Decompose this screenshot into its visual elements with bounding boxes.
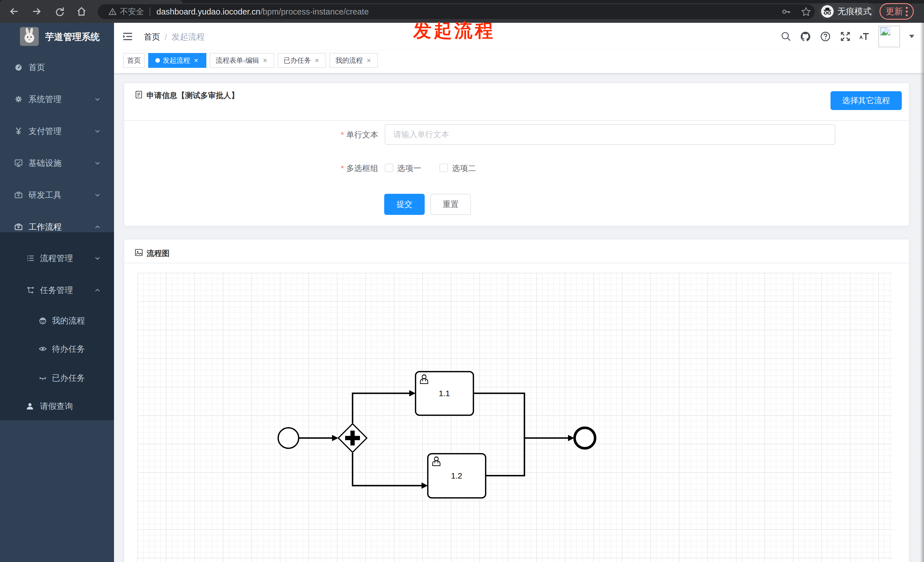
browser-reload-button[interactable] [54, 6, 64, 16]
tab-label: 发起流程 [163, 56, 190, 65]
task-label: 1.1 [439, 389, 450, 398]
sidebar-item-task-management[interactable]: 任务管理 [0, 274, 114, 306]
chevron-down-icon [93, 127, 102, 135]
parallel-gateway-node[interactable] [338, 424, 367, 452]
card-divider [124, 120, 909, 121]
github-icon[interactable] [800, 31, 811, 42]
sidebar-item-my-process[interactable]: 我的流程 [0, 306, 114, 335]
avatar[interactable] [878, 25, 900, 47]
app-title: 芋道管理系统 [45, 31, 100, 43]
apply-card-header: 申请信息【测试多审批人】 [135, 88, 239, 103]
single-line-text-input[interactable] [385, 124, 836, 145]
checkbox-option-2[interactable] [440, 163, 448, 172]
bpmn-canvas[interactable]: 1.1 1.2 [137, 273, 892, 562]
sidebar-item-devtools[interactable]: 研发工具 [0, 179, 114, 211]
sidebar-item-infrastructure[interactable]: 基础设施 [0, 147, 114, 179]
chevron-down-icon [93, 254, 102, 262]
active-tab-dot [155, 58, 160, 63]
bookmark-star-icon[interactable] [801, 7, 811, 16]
checkbox-option-1[interactable] [385, 163, 393, 172]
caret-down-icon[interactable] [909, 35, 914, 38]
breadcrumb-separator: / [165, 33, 167, 42]
yen-icon [14, 127, 23, 135]
url-bar[interactable]: 不安全 dashboard.yudao.iocoder.cn /bpm/proc… [98, 4, 815, 19]
toolbox-icon [14, 191, 23, 199]
close-icon[interactable] [262, 57, 268, 64]
window-edge-shadow [920, 23, 924, 562]
chevron-down-icon [93, 95, 102, 103]
sidebar-item-process-management[interactable]: 流程管理 [0, 242, 114, 274]
sidebar-item-payment[interactable]: 支付管理 [0, 115, 114, 147]
tab-label: 已办任务 [284, 56, 311, 65]
tag-tab-form-edit[interactable]: 流程表单-编辑 [210, 53, 274, 68]
reset-button[interactable]: 重置 [430, 194, 471, 215]
user-task-node-1-2[interactable]: 1.2 [428, 454, 486, 498]
task-label: 1.2 [451, 471, 462, 480]
gear-icon [14, 95, 23, 103]
tag-tab-home[interactable]: 首页 [123, 53, 145, 68]
tab-label: 流程表单-编辑 [216, 56, 259, 65]
select-other-process-button[interactable]: 选择其它流程 [831, 91, 902, 110]
update-label: 更新 [886, 6, 903, 17]
checkbox-option-2-label[interactable]: 选项二 [452, 163, 476, 174]
submit-button[interactable]: 提交 [384, 194, 424, 215]
sidebar-item-done-tasks[interactable]: 已办任务 [0, 364, 114, 392]
browser-update-button[interactable]: 更新 [879, 3, 914, 19]
bpmn-diagram: 1.1 1.2 [137, 273, 892, 562]
user-task-node-1-1[interactable]: 1.1 [416, 372, 473, 415]
end-event-node[interactable] [574, 428, 595, 448]
process-diagram-card: 流程图 [124, 239, 909, 562]
tag-tab-my-process[interactable]: 我的流程 [330, 53, 378, 68]
annotation-text: 发起流程 [413, 18, 495, 43]
card-divider [124, 263, 909, 263]
checkbox-group-label: 多选框组 [346, 163, 378, 174]
tag-tab-create-process[interactable]: 发起流程 [148, 53, 206, 68]
checkbox-group-label-row: * 多选框组 [287, 163, 378, 174]
browser-active-tab[interactable] [0, 0, 182, 3]
chevron-down-icon [93, 159, 102, 167]
breadcrumb-home[interactable]: 首页 [144, 31, 160, 43]
key-icon[interactable] [782, 7, 791, 16]
sidebar-item-todo-tasks[interactable]: 待办任务 [0, 334, 114, 363]
chevron-up-icon [93, 223, 102, 231]
browser-home-button[interactable] [76, 6, 87, 16]
browser-menu-icon[interactable] [906, 7, 908, 16]
broken-image-icon [880, 27, 891, 38]
hamburger-menu-icon[interactable] [123, 31, 133, 42]
close-icon[interactable] [193, 57, 199, 64]
sidebar-item-workflow[interactable]: 工作流程 [0, 211, 114, 243]
picture-icon [135, 248, 143, 259]
incognito-badge: 无痕模式 [819, 3, 875, 20]
sidebar-item-system[interactable]: 系统管理 [0, 83, 114, 115]
url-host: dashboard.yudao.iocoder.cn [156, 7, 260, 16]
not-secure-warning-icon [109, 8, 117, 16]
browser-back-button[interactable] [9, 6, 20, 16]
robot-face-icon [39, 316, 47, 325]
search-icon[interactable] [780, 31, 792, 42]
briefcase-icon [14, 223, 23, 231]
close-icon[interactable] [314, 57, 320, 64]
tags-view: 首页 发起流程 流程表单-编辑 已办任务 我的流程 [114, 50, 924, 73]
eye-closed-icon [39, 374, 47, 382]
start-event-node[interactable] [278, 428, 299, 448]
text-field-label-row: * 单行文本 [287, 129, 378, 140]
tab-label: 首页 [127, 56, 141, 65]
help-icon[interactable] [820, 31, 831, 42]
top-navbar: 首页 / 发起流程 [114, 23, 924, 50]
chevron-down-icon [93, 191, 102, 199]
browser-forward-button[interactable] [32, 6, 42, 16]
fullscreen-icon[interactable] [840, 31, 851, 42]
sidebar-item-leave-query[interactable]: 请假查询 [0, 392, 114, 420]
required-asterisk: * [341, 130, 344, 139]
monitor-icon [14, 159, 23, 167]
sidebar-item-home[interactable]: 首页 [0, 51, 114, 83]
incognito-icon [821, 5, 834, 18]
tag-tab-done-tasks[interactable]: 已办任务 [278, 53, 326, 68]
url-path: /bpm/process-instance/create [260, 7, 369, 16]
close-icon[interactable] [366, 57, 372, 64]
tab-label: 我的流程 [336, 56, 363, 65]
incognito-label: 无痕模式 [837, 6, 872, 17]
breadcrumb: 首页 / 发起流程 [144, 31, 205, 43]
font-size-icon[interactable] [858, 31, 870, 42]
checkbox-option-1-label[interactable]: 选项一 [397, 163, 421, 174]
